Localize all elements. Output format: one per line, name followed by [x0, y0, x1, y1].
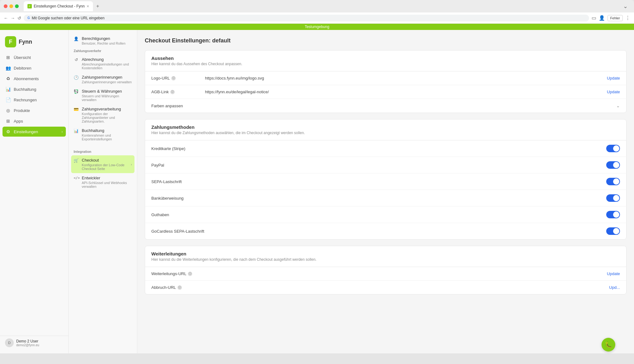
user-email: demo2@fynn.eu	[16, 343, 39, 347]
gocardless-label: GoCardless SEPA-Lastschrift	[151, 229, 606, 234]
aussehen-subtitle: Hier kannst du das Aussehen des Checkout…	[151, 62, 620, 66]
sidebar2-label-checkout: Checkout	[82, 158, 128, 163]
sidebar2-sublabel-zahlungsverarbeitung: Konfiguration der Zahlungsanbieter und Z…	[82, 112, 132, 123]
logo-url-value: https://docs.fynn.eu/img/logo.svg	[201, 76, 607, 80]
bug-fab-button[interactable]: 🐛	[602, 338, 615, 352]
toggle-bankueberweisung: Banküberweisung	[145, 190, 626, 206]
sidebar2-item-berechtigungen[interactable]: 👤 Berechtigungen Benutzer, Rechte und Ro…	[69, 34, 137, 48]
sidebar-item-debitoren[interactable]: 👥 Debitoren	[2, 63, 66, 73]
sidebar-item-produkte[interactable]: ◎ Produkte	[2, 105, 66, 115]
user-name: Demo 2 User	[16, 339, 39, 343]
toggle-sepa: SEPA-Lastschrift	[145, 173, 626, 190]
bankueberweisung-label: Banküberweisung	[151, 196, 606, 201]
paypal-label: PayPal	[151, 163, 606, 167]
weiterleitungs-url-info-icon[interactable]: ⓘ	[188, 272, 192, 276]
guthaben-toggle[interactable]	[606, 211, 620, 218]
paypal-toggle-knob	[613, 162, 619, 168]
agb-link-value: https://fynn.eu/de/legal/legal-notice/	[201, 90, 607, 94]
sidebar2-text-berechtigungen: Berechtigungen Benutzer, Rechte und Roll…	[82, 36, 132, 45]
agb-link-update-button[interactable]: Update	[607, 90, 620, 94]
integration-section: Integration 🛒 Checkout Konfiguration der…	[69, 148, 137, 191]
sidebar-label-apps: Apps	[14, 119, 63, 124]
toggle-guthaben: Guthaben	[145, 206, 626, 223]
abrechnung-icon: ↺	[74, 57, 79, 62]
account-icon: 👤	[599, 15, 605, 21]
ledger-icon: 📊	[74, 129, 79, 133]
logo-url-info-icon[interactable]: ⓘ	[171, 76, 176, 80]
user-profile[interactable]: D Demo 2 User demo2@fynn.eu	[0, 336, 68, 350]
sidebar2-item-checkout[interactable]: 🛒 Checkout Konfiguration der Low-Code Ch…	[71, 155, 134, 173]
sepa-toggle[interactable]	[606, 178, 620, 185]
sidebar2-item-zahlungsverarbeitung[interactable]: 💳 Zahlungsverarbeitung Konfiguration der…	[69, 104, 137, 126]
kreditkarte-toggle-knob	[613, 145, 619, 152]
sidebar2-sublabel-buchhaltung: Kontenrahmen und Exporteinstellungen	[82, 133, 132, 141]
sidebar-item-uebersicht[interactable]: ⊞ Übersicht	[2, 52, 66, 62]
sidebar2-sublabel-entwickler: API-Schlüssel und Webhooks verwalten	[82, 181, 132, 188]
sidebar-item-einstellungen[interactable]: ⚙ Einstellungen ›	[2, 127, 66, 137]
sidebar2-label-zahlungserinnerungen: Zahlungserinnerungen	[82, 75, 132, 80]
zahlungsmethoden-body: Kreditkarte (Stripe) PayPal SEPA-Lastsch…	[145, 140, 626, 239]
sidebar2-sublabel-berechtigungen: Benutzer, Rechte und Rollen	[82, 41, 132, 45]
sidebar2-item-steuern[interactable]: 💱 Steuern & Währungen Steuern und Währun…	[69, 86, 137, 104]
sidebar2-item-entwickler[interactable]: </> Entwickler API-Schlüssel und Webhook…	[69, 173, 137, 191]
abbruch-url-update-button[interactable]: Upd...	[609, 285, 620, 290]
google-icon: G	[27, 16, 30, 20]
paypal-toggle[interactable]	[606, 161, 620, 169]
sidebar2-label-entwickler: Entwickler	[82, 176, 132, 180]
avatar: D	[5, 338, 14, 347]
back-button[interactable]: ←	[4, 16, 8, 21]
sidebar2-sublabel-checkout: Konfiguration der Low-Code Checkout Seit…	[82, 163, 128, 171]
logo-url-update-button[interactable]: Update	[607, 76, 620, 80]
sidebar2-item-zahlungserinnerungen[interactable]: 🕐 Zahlungserinnerungen Zahlungserinnerun…	[69, 72, 137, 86]
sidebar-label-rechnungen: Rechnungen	[14, 98, 63, 102]
active-tab[interactable]: F Einstellungen Checkout - Fynn ✕	[24, 1, 93, 11]
sidebar-item-apps[interactable]: ⊞ Apps	[2, 116, 66, 126]
error-button[interactable]: Fehler	[607, 15, 623, 21]
fullscreen-button[interactable]	[15, 4, 19, 8]
close-button[interactable]	[4, 4, 7, 8]
farben-row[interactable]: Farben anpassen ⌄	[145, 99, 626, 113]
forward-button[interactable]: →	[11, 16, 15, 21]
farben-chevron-icon: ⌄	[616, 103, 620, 108]
menu-icon: ⋮	[625, 15, 630, 21]
agb-link-info-icon[interactable]: ⓘ	[170, 90, 175, 94]
kreditkarte-toggle[interactable]	[606, 145, 620, 152]
aussehen-card: Aussehen Hier kannst du das Aussehen des…	[145, 50, 627, 113]
weiterleitungen-subtitle: Hier kannst du die Weiterleitungen konfi…	[151, 257, 620, 262]
sidebar2-sublabel-abrechnung: Abrechnungseinstellungen und Kostenstell…	[82, 62, 132, 70]
url-input[interactable]: G Mit Google suchen oder eine URL eingeb…	[24, 15, 589, 22]
app-body: F Fynn ⊞ Übersicht 👥 Debitoren ♻ Abonnem…	[0, 30, 634, 353]
card-icon: 💳	[74, 107, 79, 112]
sidebar-item-buchhaltung[interactable]: 📊 Buchhaltung	[2, 84, 66, 94]
gocardless-toggle[interactable]	[606, 227, 620, 235]
grid-icon: ⊞	[6, 55, 11, 60]
zahlungsverkehr-section: Zahlungsverkehr ↺ Abrechnung Abrechnungs…	[69, 48, 137, 143]
sepa-toggle-knob	[613, 178, 619, 185]
zahlungsverkehr-title: Zahlungsverkehr	[69, 48, 137, 55]
sidebar-nav: ⊞ Übersicht 👥 Debitoren ♻ Abonnements 📊 …	[0, 52, 68, 137]
sidebar-item-abonnements[interactable]: ♻ Abonnements	[2, 74, 66, 84]
url-text: Mit Google suchen oder eine URL eingeben	[32, 16, 105, 20]
agb-link-text: AGB-Link	[151, 90, 169, 94]
logo-url-row: Logo-URL ⓘ https://docs.fynn.eu/img/logo…	[145, 71, 626, 85]
code-icon: </>	[74, 176, 79, 180]
bankueberweisung-toggle[interactable]	[606, 194, 620, 202]
tab-title: Einstellungen Checkout - Fynn	[34, 4, 85, 8]
sidebar-item-rechnungen[interactable]: 📄 Rechnungen	[2, 95, 66, 105]
logo: F Fynn	[0, 34, 68, 52]
reload-button[interactable]: ↺	[17, 16, 21, 21]
logo-url-text: Logo-URL	[151, 76, 170, 80]
aussehen-title: Aussehen	[151, 56, 620, 61]
sidebar2-item-buchhaltung[interactable]: 📊 Buchhaltung Kontenrahmen und Exportein…	[69, 126, 137, 143]
weiterleitungs-url-update-button[interactable]: Update	[607, 271, 620, 276]
sidebar-label-buchhaltung: Buchhaltung	[14, 87, 63, 92]
gear-icon: ⚙	[6, 129, 11, 134]
tab-close-button[interactable]: ✕	[86, 4, 89, 8]
sidebar2-sublabel-zahlungserinnerungen: Zahlungserinnerungen verwalten	[82, 80, 132, 84]
sidebar2-item-abrechnung[interactable]: ↺ Abrechnung Abrechnungseinstellungen un…	[69, 55, 137, 72]
zahlungsmethoden-title: Zahlungsmethoden	[151, 124, 620, 130]
minimize-button[interactable]	[9, 4, 13, 8]
weiterleitungs-url-text: Weiterleitungs-URL	[151, 271, 186, 276]
new-tab-button[interactable]: +	[94, 3, 101, 10]
abbruch-url-info-icon[interactable]: ⓘ	[178, 285, 182, 290]
